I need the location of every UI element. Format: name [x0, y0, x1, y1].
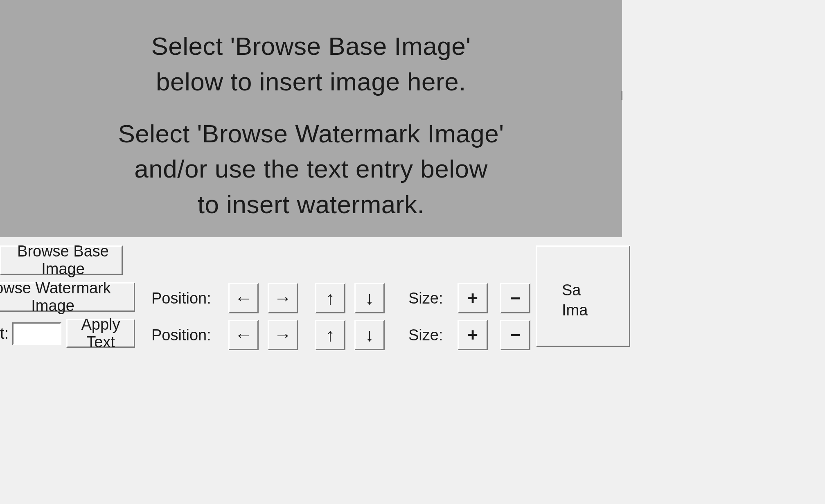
browse-base-image-button[interactable]: Browse Base Image	[0, 245, 123, 275]
text-controls-row: Position: ← → ↑ ↓ Size: + −	[151, 320, 530, 350]
image-preview-area: Select 'Browse Base Image' below to inse…	[0, 0, 622, 237]
watermark-size-increase-button[interactable]: +	[458, 283, 488, 313]
position-label-text: Position:	[151, 326, 228, 344]
text-position-down-button[interactable]: ↓	[354, 320, 385, 350]
size-label-watermark: Size:	[408, 290, 458, 307]
preview-msg1-line1: Select 'Browse Base Image'	[151, 32, 471, 60]
size-label-text: Size:	[408, 326, 458, 344]
arrow-left-icon: ←	[234, 325, 252, 345]
arrow-up-icon: ↑	[326, 288, 335, 308]
arrow-down-icon: ↓	[365, 288, 374, 308]
save-label-line1: Sa	[562, 280, 581, 300]
watermark-position-up-button[interactable]: ↑	[315, 283, 345, 313]
arrow-right-icon: →	[274, 325, 292, 345]
apply-text-label: Apply Text	[68, 316, 134, 351]
save-label-line2: Ima	[562, 300, 588, 320]
text-size-increase-button[interactable]: +	[458, 320, 488, 350]
text-label-suffix: t:	[0, 325, 9, 342]
preview-msg2-line3: to insert watermark.	[198, 190, 424, 218]
text-position-right-button[interactable]: →	[268, 320, 298, 350]
minus-icon: −	[510, 288, 521, 308]
watermark-position-down-button[interactable]: ↓	[354, 283, 385, 313]
watermark-image-controls-row: Position: ← → ↑ ↓ Size: + −	[151, 283, 530, 313]
position-label-watermark: Position:	[151, 290, 228, 307]
browse-watermark-image-button[interactable]: owse Watermark Image	[0, 282, 135, 312]
text-position-up-button[interactable]: ↑	[315, 320, 345, 350]
arrow-left-icon: ←	[234, 288, 252, 308]
preview-msg2-line2: and/or use the text entry below	[134, 155, 487, 183]
save-image-button[interactable]: Sa Ima	[536, 245, 630, 347]
arrow-up-icon: ↑	[326, 325, 335, 345]
watermark-position-left-button[interactable]: ←	[228, 283, 259, 313]
preview-message-2: Select 'Browse Watermark Image' and/or u…	[118, 116, 504, 223]
divider	[621, 91, 622, 100]
arrow-right-icon: →	[274, 288, 292, 308]
watermark-size-decrease-button[interactable]: −	[500, 283, 530, 313]
arrow-down-icon: ↓	[365, 325, 374, 345]
watermark-text-input[interactable]	[12, 322, 61, 345]
text-size-decrease-button[interactable]: −	[500, 320, 530, 350]
minus-icon: −	[510, 325, 521, 345]
preview-msg1-line2: below to insert image here.	[156, 68, 466, 96]
apply-text-button[interactable]: Apply Text	[66, 319, 135, 348]
plus-icon: +	[467, 325, 478, 345]
text-position-left-button[interactable]: ←	[228, 320, 259, 350]
plus-icon: +	[467, 288, 478, 308]
watermark-position-right-button[interactable]: →	[268, 283, 298, 313]
preview-msg2-line1: Select 'Browse Watermark Image'	[118, 119, 504, 148]
browse-base-label: Browse Base Image	[5, 243, 122, 278]
browse-watermark-label: owse Watermark Image	[0, 279, 130, 315]
preview-message-1: Select 'Browse Base Image' below to inse…	[151, 29, 471, 100]
